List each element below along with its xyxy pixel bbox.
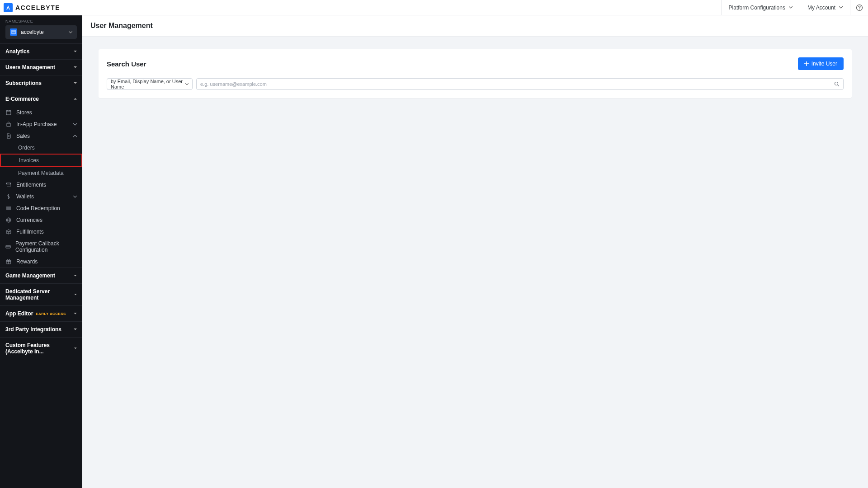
early-access-badge: EARLY ACCESS (36, 312, 66, 316)
sidebar-item-label: Payment Callback Configuration (15, 240, 77, 253)
sidebar-section-game-management[interactable]: Game Management (0, 268, 82, 283)
sidebar-item-orders[interactable]: Orders (0, 142, 82, 154)
barcode-icon (5, 206, 12, 211)
namespace-selector[interactable]: accelbyte (5, 25, 77, 39)
chevron-down-icon (73, 196, 77, 198)
platform-configurations-menu[interactable]: Platform Configurations (721, 0, 800, 15)
document-icon (5, 133, 12, 139)
sidebar-item-label: Wallets (16, 193, 34, 200)
sidebar-section-label: Subscriptions (5, 80, 42, 86)
sidebar-section-label: App Editor (5, 310, 33, 317)
svg-point-1 (859, 9, 859, 9)
chevron-down-icon (185, 83, 189, 85)
sidebar-item-label: Entitlements (16, 182, 46, 188)
sidebar-section-custom-features[interactable]: Custom Features (Accelbyte In... (0, 338, 82, 359)
sidebar-item-rewards[interactable]: Rewards (0, 256, 82, 267)
search-input[interactable] (200, 81, 834, 87)
page-title: User Management (82, 15, 868, 37)
help-button[interactable] (850, 0, 868, 15)
sidebar-item-sales[interactable]: Sales (0, 130, 82, 142)
caret-down-icon (74, 275, 77, 277)
search-criteria-label: by Email, Display Name, or User Name (111, 79, 185, 89)
sidebar-item-currencies[interactable]: Currencies (0, 214, 82, 226)
namespace-icon (10, 28, 17, 36)
svg-rect-2 (12, 30, 15, 34)
search-criteria-select[interactable]: by Email, Display Name, or User Name (107, 78, 193, 90)
chevron-down-icon (789, 6, 793, 9)
sidebar-section-label: Game Management (5, 272, 55, 279)
card-icon (5, 244, 11, 249)
caret-down-icon (74, 294, 77, 296)
sidebar-item-stores[interactable]: Stores (0, 107, 82, 118)
sidebar-section-label: E-Commerce (5, 96, 39, 102)
invite-user-label: Invite User (811, 61, 837, 67)
platform-configurations-label: Platform Configurations (729, 5, 785, 11)
svg-rect-8 (6, 245, 10, 248)
box-icon (5, 229, 12, 235)
sidebar-section-analytics[interactable]: Analytics (0, 44, 82, 59)
sidebar-item-label: Currencies (16, 217, 42, 223)
sidebar-section-label: Dedicated Server Management (5, 288, 74, 301)
sidebar-section-third-party[interactable]: 3rd Party Integrations (0, 322, 82, 337)
search-user-panel: Search User Invite User by Email, Displa… (99, 49, 852, 98)
sidebar-item-label: Stores (16, 109, 32, 116)
chevron-down-icon (73, 123, 77, 126)
sidebar-section-subscriptions[interactable]: Subscriptions (0, 75, 82, 91)
sidebar-item-label: Fulfillments (16, 229, 44, 235)
sidebar-item-label: Payment Metadata (18, 170, 64, 176)
dollar-icon (5, 194, 12, 199)
globe-icon (5, 217, 12, 223)
bag-icon (5, 122, 12, 127)
chevron-up-icon (73, 135, 77, 137)
logo-icon (4, 3, 13, 12)
my-account-menu[interactable]: My Account (800, 0, 850, 15)
svg-point-13 (835, 82, 838, 85)
sidebar-section-dedicated-server[interactable]: Dedicated Server Management (0, 284, 82, 305)
sidebar-item-label: Orders (18, 145, 35, 151)
sidebar-item-label: In-App Purchase (16, 121, 57, 127)
chevron-down-icon (839, 6, 843, 9)
brand: ACCELBYTE (0, 3, 60, 12)
namespace-value: accelbyte (21, 29, 65, 35)
brand-text: ACCELBYTE (15, 4, 60, 11)
sidebar-item-wallets[interactable]: Wallets (0, 191, 82, 202)
caret-down-icon (74, 51, 77, 52)
search-icon[interactable] (834, 81, 840, 87)
help-icon (856, 4, 863, 11)
sidebar-section-label: Analytics (5, 48, 29, 55)
sidebar-item-payment-metadata[interactable]: Payment Metadata (0, 167, 82, 179)
gift-icon (5, 259, 12, 264)
my-account-label: My Account (807, 5, 835, 11)
sidebar-item-in-app-purchase[interactable]: In-App Purchase (0, 118, 82, 130)
caret-down-icon (74, 66, 77, 68)
caret-up-icon (74, 98, 77, 100)
svg-line-14 (838, 85, 839, 86)
sidebar-item-label: Sales (16, 133, 30, 139)
panel-title: Search User (107, 60, 146, 68)
svg-rect-6 (7, 184, 10, 187)
caret-down-icon (74, 347, 77, 349)
store-icon (5, 110, 12, 115)
namespace-label: NAMESPACE (0, 15, 82, 25)
sidebar-item-code-redemption[interactable]: Code Redemption (0, 202, 82, 214)
sidebar-item-fulfillments[interactable]: Fulfillments (0, 226, 82, 238)
search-input-wrap (196, 78, 844, 90)
invite-user-button[interactable]: Invite User (798, 57, 844, 70)
sidebar-item-entitlements[interactable]: Entitlements (0, 179, 82, 191)
caret-down-icon (74, 313, 77, 314)
sidebar-item-invoices[interactable]: Invoices (0, 154, 82, 167)
plus-icon (804, 61, 809, 66)
sidebar-section-label: Users Management (5, 64, 55, 70)
sidebar-section-label: Custom Features (Accelbyte In... (5, 342, 74, 355)
sidebar: NAMESPACE accelbyte Analytics Users Mana… (0, 15, 82, 488)
sidebar-section-ecommerce[interactable]: E-Commerce (0, 91, 82, 107)
sidebar-item-payment-callback[interactable]: Payment Callback Configuration (0, 238, 82, 256)
sidebar-section-users-management[interactable]: Users Management (0, 60, 82, 75)
sidebar-item-label: Rewards (16, 258, 38, 265)
sidebar-item-label: Code Redemption (16, 205, 60, 211)
caret-down-icon (74, 328, 77, 330)
archive-icon (5, 182, 12, 188)
sidebar-item-label: Invoices (19, 157, 39, 164)
sidebar-section-app-editor[interactable]: App Editor EARLY ACCESS (0, 306, 82, 321)
chevron-down-icon (69, 31, 72, 33)
